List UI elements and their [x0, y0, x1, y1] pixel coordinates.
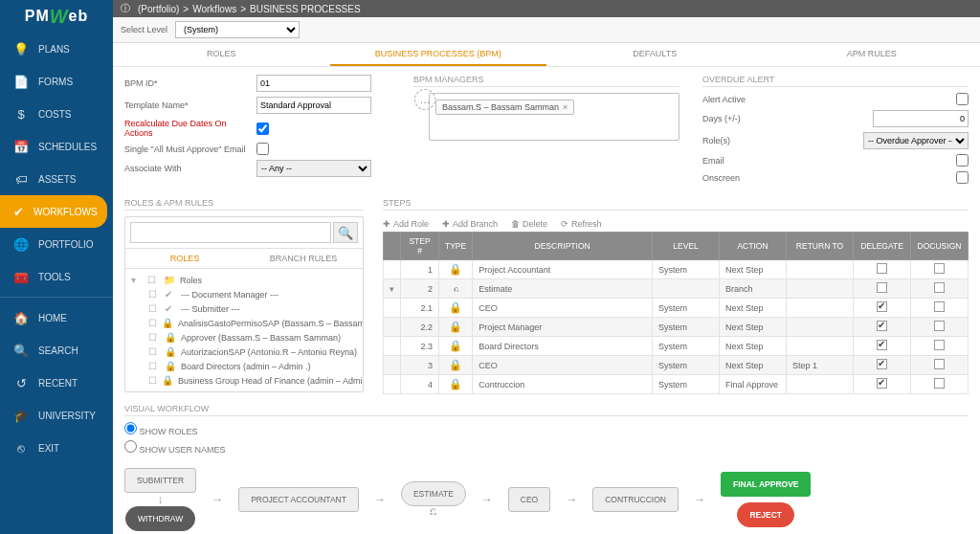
node-reject[interactable]: REJECT [737, 502, 794, 527]
delegate-checkbox[interactable] [877, 321, 887, 331]
role-icon: ✔ [165, 303, 176, 314]
single-email-checkbox[interactable] [256, 143, 269, 155]
tree-item[interactable]: ☐🔒Approver (Bassam.S – Bassam Samman) [148, 330, 357, 345]
tree-item[interactable]: ☐🔒Business Group Head of Finance (admin … [148, 373, 357, 388]
arrow-right-icon: → [566, 493, 577, 506]
sidebar-item-tools[interactable]: 🧰TOOLS [0, 260, 113, 293]
managers-tagbox[interactable]: Bassam.S – Bassam Samman× [429, 93, 679, 141]
sidebar-item-home[interactable]: 🏠HOME [0, 301, 113, 334]
alert-active-checkbox[interactable] [956, 93, 969, 105]
delegate-checkbox[interactable] [877, 359, 887, 369]
col-delegate[interactable]: DELEGATE [854, 233, 911, 260]
docusign-checkbox[interactable] [934, 359, 945, 369]
tree-item[interactable]: ☐✔--- Submitter --- [148, 301, 357, 316]
tab-defaults[interactable]: DEFAULTS [546, 43, 764, 66]
sidebar-item-costs[interactable]: $COSTS [0, 98, 113, 130]
col-action[interactable]: ACTION [720, 233, 787, 260]
tag-remove-icon[interactable]: × [563, 102, 568, 112]
delete-button[interactable]: 🗑 Delete [511, 219, 547, 229]
delegate-checkbox[interactable] [877, 301, 887, 312]
table-row[interactable]: 4 🔒 Contruccion System Final Approve [384, 375, 969, 394]
table-row[interactable]: 2.1 🔒 CEO System Next Step [384, 299, 969, 318]
breadcrumb-workflows[interactable]: Workflows [192, 4, 236, 14]
sidebar-item-search[interactable]: 🔍SEARCH [0, 334, 113, 367]
tree-item[interactable]: ☐🔒AnalisisGastoPermisoSAP (Bassam.S – Ba… [148, 316, 357, 330]
table-row[interactable]: 2.2 🔒 Project Manager System Next Step [384, 318, 969, 337]
show-users-radio[interactable]: SHOW USER NAMES [124, 440, 969, 455]
add-role-button[interactable]: ✚ Add Role [383, 219, 429, 229]
node-withdraw[interactable]: WITHDRAW [125, 506, 195, 531]
node-project-accountant[interactable]: PROJECT ACCOUNTANT [238, 487, 359, 512]
delegate-checkbox[interactable] [877, 263, 887, 274]
tab-bpm[interactable]: BUSINESS PROCESSES (BPM) [330, 43, 547, 66]
tab-apm-rules[interactable]: APM RULES [764, 43, 981, 66]
info-icon[interactable]: ⓘ [121, 2, 130, 15]
steps-toolbar: ✚ Add Role ✚ Add Branch 🗑 Delete ⟳ Refre… [383, 216, 969, 232]
role-icon: ✔ [165, 289, 176, 300]
roles-tab-branch[interactable]: BRANCH RULES [244, 249, 363, 268]
recalc-checkbox[interactable] [256, 122, 269, 135]
node-contruccion[interactable]: CONTRUCCION [592, 487, 679, 512]
docusign-checkbox[interactable] [934, 321, 945, 331]
days-input[interactable] [873, 110, 969, 127]
node-estimate[interactable]: ESTIMATE [401, 481, 466, 506]
refresh-button[interactable]: ⟳ Refresh [561, 219, 602, 229]
sidebar-item-exit[interactable]: ⎋EXIT [0, 432, 113, 464]
docusign-checkbox[interactable] [934, 263, 945, 274]
sidebar-item-plans[interactable]: 💡PLANS [0, 33, 113, 65]
sidebar-item-label: UNIVERSITY [38, 411, 96, 421]
node-final-approve[interactable]: FINAL APPROVE [721, 472, 811, 497]
overdue-email-checkbox[interactable] [956, 154, 969, 167]
sidebar-item-forms[interactable]: 📄FORMS [0, 65, 113, 98]
roles-select[interactable]: -- Overdue Approver -- [863, 132, 969, 149]
col-type[interactable]: TYPE [439, 233, 473, 260]
tree-item[interactable]: ☐✔--- Document Manager --- [148, 287, 357, 301]
sidebar-item-workflows[interactable]: ✔WORKFLOWS [0, 195, 107, 228]
sidebar-item-label: FORMS [38, 77, 73, 87]
tree-item[interactable]: ☐🔒Board Directors (admin – Admin .) [148, 359, 357, 373]
roles-search-input[interactable] [130, 222, 331, 243]
table-row[interactable]: 2.3 🔒 Board Directors System Next Step [384, 337, 969, 356]
delegate-checkbox[interactable] [877, 378, 887, 389]
col-return[interactable]: RETURN TO [787, 233, 854, 260]
sidebar-item-assets[interactable]: 🏷ASSETS [0, 163, 113, 195]
col-level[interactable]: LEVEL [653, 233, 720, 260]
col-docusign[interactable]: DOCUSIGN [911, 233, 969, 260]
sidebar-item-label: SCHEDULES [38, 142, 97, 152]
col-description[interactable]: DESCRIPTION [473, 233, 653, 260]
docusign-checkbox[interactable] [934, 378, 945, 389]
col-step[interactable]: STEP # [401, 233, 439, 260]
tree-item[interactable]: ☐🔒AutorizacionSAP (Antonio.R – Antonio R… [148, 345, 357, 359]
tab-roles[interactable]: ROLES [113, 43, 330, 66]
docusign-checkbox[interactable] [934, 340, 945, 350]
sidebar-item-university[interactable]: 🎓UNIVERSITY [0, 399, 113, 432]
roles-tree[interactable]: ▾☐📁Roles ☐✔--- Document Manager ---☐✔---… [125, 269, 363, 391]
associate-with-select[interactable]: -- Any -- [256, 160, 371, 177]
delegate-checkbox[interactable] [877, 340, 887, 350]
show-roles-radio[interactable]: SHOW ROLES [124, 422, 969, 436]
template-name-input[interactable] [256, 97, 371, 114]
sidebar-item-schedules[interactable]: 📅SCHEDULES [0, 130, 113, 163]
overdue-onscreen-checkbox[interactable] [956, 171, 969, 184]
roles-tab-roles[interactable]: ROLES [125, 249, 244, 268]
roles-search-button[interactable]: 🔍 [333, 222, 358, 243]
tree-root[interactable]: ▾☐📁Roles [131, 273, 357, 287]
sidebar-item-portfolio[interactable]: 🌐PORTFOLIO [0, 228, 113, 260]
visual-workflow-title: VISUAL WORKFLOW [124, 404, 969, 416]
table-row[interactable]: 1 🔒 Project Accountant System Next Step [384, 260, 969, 279]
docusign-checkbox[interactable] [934, 282, 945, 293]
subbar: Select Level (System) [113, 17, 980, 43]
docusign-checkbox[interactable] [934, 301, 945, 312]
sidebar-item-recent[interactable]: ↺RECENT [0, 367, 113, 399]
delegate-checkbox[interactable] [877, 282, 887, 293]
table-row[interactable]: ▾ 2 ⎌ Estimate Branch [384, 279, 969, 299]
node-ceo[interactable]: CEO [508, 487, 550, 512]
breadcrumb-portfolio[interactable]: (Portfolio) [138, 4, 179, 14]
bpm-id-input[interactable] [256, 75, 371, 92]
breadcrumb-page: BUSINESS PROCESSES [250, 4, 361, 14]
node-submitter[interactable]: SUBMITTER [124, 468, 196, 493]
select-level-dropdown[interactable]: (System) [175, 21, 300, 38]
add-branch-button[interactable]: ✚ Add Branch [442, 219, 498, 229]
assets-icon: 🏷 [13, 171, 29, 187]
table-row[interactable]: 3 🔒 CEO System Next Step Step 1 [384, 356, 969, 375]
